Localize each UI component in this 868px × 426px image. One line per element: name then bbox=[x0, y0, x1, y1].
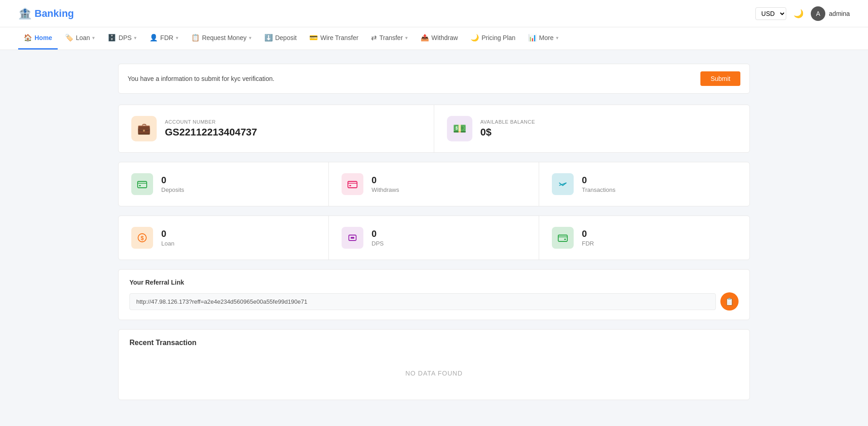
nav-item-more[interactable]: 📊 More ▾ bbox=[523, 27, 564, 50]
balance-icon: 💵 bbox=[453, 122, 466, 135]
username: admina bbox=[829, 10, 850, 17]
user-info[interactable]: A admina bbox=[811, 6, 850, 21]
copy-icon: 📋 bbox=[725, 297, 734, 306]
logo-icon: 🏦 bbox=[18, 7, 32, 20]
svg-rect-2 bbox=[139, 185, 141, 186]
deposits-count: 0 bbox=[161, 175, 184, 185]
transactions-icon-wrap bbox=[552, 173, 574, 195]
account-balance-row: 💼 ACCOUNT NUMBER GS22112213404737 💵 AVAI… bbox=[118, 105, 750, 153]
withdraws-info: 0 Withdraws bbox=[372, 175, 399, 193]
currency-selector[interactable]: USD EUR GBP BDT bbox=[755, 7, 786, 20]
balance-info: AVAILABLE BALANCE 0$ bbox=[481, 119, 536, 138]
loan-count: 0 bbox=[161, 229, 174, 239]
account-number-value: GS22112213404737 bbox=[165, 126, 257, 138]
no-data-message: NO DATA FOUND bbox=[129, 356, 739, 391]
transfer-icon: ⇄ bbox=[371, 34, 377, 42]
nav-item-deposit[interactable]: ⬇️ Deposit bbox=[259, 27, 302, 50]
svg-rect-3 bbox=[348, 181, 357, 188]
nav-item-loan[interactable]: 🏷️ Loan ▾ bbox=[60, 27, 100, 50]
fdr-icon: 👤 bbox=[149, 34, 158, 42]
nav-label-deposit: Deposit bbox=[275, 34, 297, 41]
svg-rect-13 bbox=[564, 239, 566, 240]
header: 🏦 Banking USD EUR GBP BDT 🌙 A admina bbox=[0, 0, 868, 27]
transactions-label: Transactions bbox=[582, 186, 615, 193]
nav-item-fdr[interactable]: 👤 FDR ▾ bbox=[144, 27, 184, 50]
deposits-info: 0 Deposits bbox=[161, 175, 184, 193]
chevron-down-icon: ▾ bbox=[249, 35, 252, 41]
referral-section: Your Referral Link 📋 bbox=[118, 269, 750, 320]
nav-label-more: More bbox=[539, 34, 554, 41]
main-content: You have a information to submit for kyc… bbox=[0, 50, 868, 414]
deposits-icon bbox=[137, 179, 147, 189]
loan-label: Loan bbox=[161, 240, 174, 247]
balance-card: 💵 AVAILABLE BALANCE 0$ bbox=[434, 105, 750, 152]
recent-transaction-section: Recent Transaction NO DATA FOUND bbox=[118, 329, 750, 400]
nav-item-wire-transfer[interactable]: 💳 Wire Transfer bbox=[304, 27, 364, 50]
chevron-down-icon: ▾ bbox=[176, 35, 179, 41]
stats-row-1: 0 Deposits 0 Withdraws bbox=[118, 162, 750, 206]
deposits-label: Deposits bbox=[161, 186, 184, 193]
stat-deposits: 0 Deposits bbox=[119, 162, 329, 206]
nav-item-dps[interactable]: 🗄️ DPS ▾ bbox=[102, 27, 142, 50]
svg-rect-11 bbox=[558, 235, 567, 241]
nav-label-dps: DPS bbox=[119, 34, 132, 41]
home-icon: 🏠 bbox=[24, 34, 32, 42]
chevron-down-icon: ▾ bbox=[405, 35, 408, 41]
nav-label-home: Home bbox=[35, 34, 52, 41]
logo[interactable]: 🏦 Banking bbox=[18, 7, 74, 20]
chevron-down-icon: ▾ bbox=[92, 35, 95, 41]
copy-referral-button[interactable]: 📋 bbox=[720, 292, 739, 311]
kyc-alert: You have a information to submit for kyc… bbox=[118, 64, 750, 94]
withdraws-icon bbox=[347, 179, 357, 189]
fdr-info: 0 FDR bbox=[582, 229, 594, 247]
chevron-down-icon: ▾ bbox=[134, 35, 137, 41]
navbar: 🏠 Home 🏷️ Loan ▾ 🗄️ DPS ▾ 👤 FDR ▾ 📋 Requ… bbox=[0, 27, 868, 50]
nav-label-fdr: FDR bbox=[160, 34, 174, 41]
svg-rect-10 bbox=[351, 237, 354, 239]
nav-item-home[interactable]: 🏠 Home bbox=[18, 27, 58, 50]
loan-icon-wrap: $ bbox=[131, 227, 153, 249]
account-number-card: 💼 ACCOUNT NUMBER GS22112213404737 bbox=[119, 105, 434, 152]
nav-label-request-money: Request Money bbox=[202, 34, 247, 41]
app-name: Banking bbox=[35, 8, 74, 20]
dps-stat-icon-wrap bbox=[342, 227, 363, 249]
stat-withdraws: 0 Withdraws bbox=[329, 162, 539, 206]
svg-text:$: $ bbox=[141, 235, 144, 241]
dps-icon: 🗄️ bbox=[108, 34, 116, 42]
kyc-submit-button[interactable]: Submit bbox=[700, 71, 740, 86]
dark-mode-button[interactable]: 🌙 bbox=[792, 7, 805, 20]
kyc-alert-message: You have a information to submit for kyc… bbox=[128, 75, 274, 82]
nav-label-wire-transfer: Wire Transfer bbox=[320, 34, 358, 41]
fdr-label: FDR bbox=[582, 240, 594, 247]
nav-item-transfer[interactable]: ⇄ Transfer ▾ bbox=[366, 27, 413, 50]
stats-row-2: $ 0 Loan 0 DPS bbox=[118, 216, 750, 260]
balance-icon-wrap: 💵 bbox=[447, 116, 472, 141]
withdraws-count: 0 bbox=[372, 175, 399, 185]
account-icon-wrap: 💼 bbox=[131, 116, 157, 141]
pricing-plan-icon: 🌙 bbox=[471, 34, 479, 42]
dps-stat-icon bbox=[347, 233, 357, 243]
stat-fdr: 0 FDR bbox=[539, 216, 749, 260]
deposit-icon: ⬇️ bbox=[264, 34, 273, 42]
loan-info: 0 Loan bbox=[161, 229, 174, 247]
referral-link-input[interactable] bbox=[129, 293, 716, 310]
nav-item-request-money[interactable]: 📋 Request Money ▾ bbox=[186, 27, 257, 50]
withdraws-icon-wrap bbox=[342, 173, 363, 195]
account-info: ACCOUNT NUMBER GS22112213404737 bbox=[165, 119, 257, 138]
dps-count: 0 bbox=[372, 229, 384, 239]
nav-label-pricing-plan: Pricing Plan bbox=[481, 34, 516, 41]
nav-item-withdraw[interactable]: 📤 Withdraw bbox=[415, 27, 463, 50]
deposits-icon-wrap bbox=[131, 173, 153, 195]
more-icon: 📊 bbox=[528, 34, 537, 42]
wallet-icon: 💼 bbox=[137, 122, 151, 135]
svg-rect-5 bbox=[349, 185, 351, 186]
loan-stat-icon: $ bbox=[137, 233, 147, 243]
stat-transactions: 0 Transactions bbox=[539, 162, 749, 206]
svg-rect-0 bbox=[138, 181, 147, 188]
loan-icon: 🏷️ bbox=[65, 34, 74, 42]
wire-transfer-icon: 💳 bbox=[309, 34, 318, 42]
nav-item-pricing-plan[interactable]: 🌙 Pricing Plan bbox=[465, 27, 521, 50]
request-money-icon: 📋 bbox=[191, 34, 200, 42]
stat-loan: $ 0 Loan bbox=[119, 216, 329, 260]
withdraw-icon: 📤 bbox=[421, 34, 429, 42]
